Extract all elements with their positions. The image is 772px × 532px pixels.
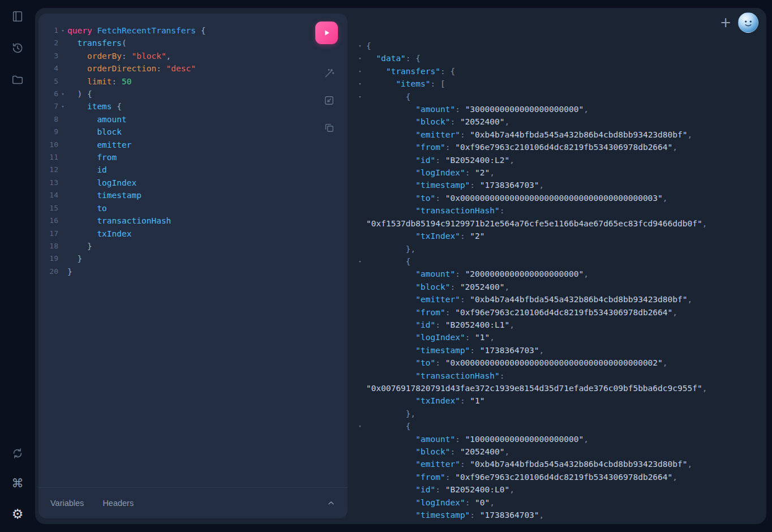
fold-toggle-icon[interactable]: ▾ (356, 91, 364, 103)
response-line: "timestamp": "1738364703", (352, 509, 766, 521)
response-line: "txIndex": "1" (352, 394, 766, 407)
response-line: "to": "0x0000000000000000000000000000000… (352, 192, 766, 204)
execute-query-button[interactable] (315, 22, 338, 44)
response-line: "to": "0x0000000000000000000000000000000… (352, 357, 766, 369)
editor-line[interactable]: 10 emitter (38, 139, 348, 151)
collections-folder-icon[interactable] (11, 74, 24, 86)
settings-gear-icon[interactable]: ⚙ (12, 508, 24, 521)
tab-variables[interactable]: Variables (50, 499, 84, 508)
editor-line[interactable]: 7▾ items { (38, 100, 348, 113)
editor-footer: Variables Headers (38, 487, 348, 518)
fold-toggle-icon[interactable]: ▾ (356, 65, 364, 78)
app-sidebar: ⌘ ⚙ (0, 0, 35, 532)
response-line: "timestamp": "1738364703", (352, 179, 766, 191)
response-line: ▾ "transfers": { (352, 65, 766, 78)
response-lines: ▾{▾ "data": {▾ "transfers": {▾ "items": … (352, 40, 766, 521)
play-icon (321, 28, 332, 38)
response-line: "transactionHash": (352, 204, 766, 217)
editor-line[interactable]: 15 to (38, 202, 348, 214)
response-line: "block": "2052400", (352, 281, 766, 293)
editor-line[interactable]: 16 transactionHash (38, 214, 348, 227)
editor-line[interactable]: 1▾query FetchRecentTransfers { (38, 24, 348, 37)
fold-toggle-icon[interactable]: ▾ (356, 52, 364, 65)
response-line: "amount": "3000000000000000000000", (352, 103, 766, 115)
fold-toggle-icon[interactable]: ▾ (356, 255, 364, 268)
response-line: "emitter": "0xb4b7a44bfbda545a432b86b4cb… (352, 293, 766, 306)
response-line: "id": "B2052400:L0", (352, 483, 766, 496)
docs-icon[interactable] (11, 10, 24, 23)
response-line: "id": "B2052400:L2", (352, 154, 766, 166)
response-line: "logIndex": "2", (352, 166, 766, 179)
query-editor[interactable]: 1▾query FetchRecentTransfers {2 transfer… (38, 14, 348, 487)
editor-line[interactable]: 13 logIndex (38, 177, 348, 189)
response-line: "0x0076917820791d43fae372c1939e8154d35d7… (352, 382, 766, 394)
editor-line[interactable]: 6▾ ) { (38, 88, 348, 100)
fold-toggle-icon[interactable]: ▾ (58, 88, 67, 100)
topbar: + (720, 12, 758, 33)
avatar[interactable] (738, 12, 758, 33)
response-line: "from": "0xf96e7963c210106d4dc8219fb5343… (352, 141, 766, 153)
response-line: "0xf1537db85194c9129971b21e564a76cfe5e11… (352, 217, 766, 230)
avatar-face-icon (739, 13, 758, 32)
response-line: "from": "0xf96e7963c210106d4dc8219fb5343… (352, 306, 766, 319)
editor-line[interactable]: 20} (38, 265, 348, 278)
tab-headers[interactable]: Headers (102, 499, 134, 508)
editor-line[interactable]: 18 } (38, 240, 348, 252)
chevron-up-icon[interactable] (327, 499, 336, 508)
query-editor-card: 1▾query FetchRecentTransfers {2 transfer… (38, 14, 348, 518)
response-line: ▾ { (352, 420, 766, 432)
response-panel: ▾{▾ "data": {▾ "transfers": {▾ "items": … (352, 8, 766, 524)
fold-toggle-icon[interactable]: ▾ (356, 78, 364, 90)
keyboard-shortcuts-icon[interactable]: ⌘ (12, 478, 24, 490)
response-line: "id": "B2052400:L1", (352, 319, 766, 331)
response-line: ▾ "items": [ (352, 78, 766, 90)
response-line: "logIndex": "0", (352, 496, 766, 509)
merge-fragments-icon[interactable] (324, 95, 334, 106)
response-line: "from": "0xf96e7963c210106d4dc8219fb5343… (352, 471, 766, 483)
response-line: "amount": "1000000000000000000000", (352, 433, 766, 445)
response-line: "emitter": "0xb4b7a44bfbda545a432b86b4cb… (352, 128, 766, 141)
prettify-icon[interactable] (324, 68, 334, 79)
response-line: "logIndex": "1", (352, 331, 766, 344)
response-line: ▾{ (352, 40, 766, 52)
editor-line[interactable]: 4 orderDirection: "desc" (38, 62, 348, 75)
response-line: ▾ "data": { (352, 52, 766, 65)
editor-line[interactable]: 8 amount (38, 113, 348, 126)
query-editor-lines: 1▾query FetchRecentTransfers {2 transfer… (38, 24, 348, 278)
editor-line[interactable]: 11 from (38, 151, 348, 164)
fold-toggle-icon[interactable]: ▾ (356, 420, 364, 432)
response-line: }, (352, 407, 766, 420)
workspace-panel: 1▾query FetchRecentTransfers {2 transfer… (35, 8, 766, 524)
response-line: "timestamp": "1738364703", (352, 344, 766, 357)
fold-toggle-icon[interactable]: ▾ (58, 100, 67, 113)
response-line: "emitter": "0xb4b7a44bfbda545a432b86b4cb… (352, 458, 766, 470)
response-line: "block": "2052400", (352, 445, 766, 458)
editor-line[interactable]: 9 block (38, 126, 348, 138)
response-line: "transactionHash": (352, 370, 766, 382)
fold-toggle-icon[interactable]: ▾ (356, 40, 364, 52)
editor-line[interactable]: 3 orderBy: "block", (38, 50, 348, 62)
add-tab-button[interactable]: + (720, 16, 731, 29)
fold-toggle-icon[interactable]: ▾ (58, 24, 67, 37)
editor-line[interactable]: 5 limit: 50 (38, 75, 348, 88)
response-line: }, (352, 243, 766, 255)
response-line: "txIndex": "2" (352, 230, 766, 242)
refetch-schema-icon[interactable] (11, 447, 24, 460)
editor-line[interactable]: 12 id (38, 164, 348, 176)
editor-line[interactable]: 2 transfers( (38, 37, 348, 49)
history-icon[interactable] (11, 42, 24, 54)
editor-line[interactable]: 19 } (38, 252, 348, 265)
copy-query-icon[interactable] (324, 122, 334, 133)
response-line: "amount": "2000000000000000000000", (352, 268, 766, 280)
response-line: ▾ { (352, 255, 766, 268)
editor-line[interactable]: 17 txIndex (38, 228, 348, 240)
editor-line[interactable]: 14 timestamp (38, 189, 348, 201)
response-line: ▾ { (352, 91, 766, 103)
response-line: "block": "2052400", (352, 115, 766, 128)
